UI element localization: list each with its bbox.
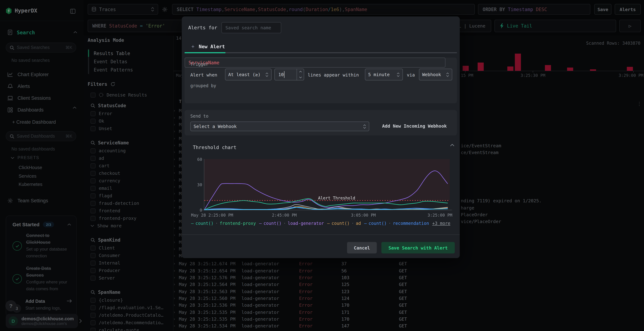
hyperdx-app: HyperDX Search Saved Searches ⌘K No save…	[0, 0, 644, 331]
lines-appear-label: lines appear within	[308, 72, 359, 78]
legend-entry[interactable]: — count() · frontend-proxy	[191, 221, 256, 226]
y-tick-label: 0	[192, 208, 202, 213]
y-tick-label: 60	[192, 157, 202, 162]
legend-separator: ·	[283, 221, 286, 226]
number-stepper[interactable]	[296, 69, 304, 80]
divider	[182, 235, 460, 235]
send-to-label: Send to	[190, 114, 208, 119]
legend-entry[interactable]: — count() · recommendation	[364, 221, 429, 226]
collapse-chevron-icon[interactable]	[450, 144, 454, 147]
tab-underline-track	[184, 52, 457, 53]
threshold-value: 10	[275, 72, 284, 77]
trigger-section-label: Trigger	[190, 62, 208, 67]
text-caret	[284, 71, 284, 78]
tab-label: New Alert	[199, 44, 225, 49]
x-tick-label: 3:25:00 PM	[428, 213, 452, 218]
via-label: via	[407, 72, 415, 78]
threshold-value-input[interactable]: 10	[274, 69, 304, 80]
legend-more-link[interactable]: +3 more	[432, 221, 450, 226]
legend-label: count()	[195, 221, 214, 226]
alert-threshold-label: Alert Threshold	[318, 196, 355, 201]
webhook-select-value: Select a Webhook	[194, 124, 237, 129]
condition-select[interactable]: At least (≥)	[225, 69, 272, 80]
x-tick-label: May 28 2:25:00 PM	[191, 213, 233, 218]
channel-select[interactable]: Webhook	[419, 69, 452, 80]
window-value: 5 minute	[368, 72, 390, 77]
legend-series-name: recommendation	[393, 221, 429, 226]
x-tick-label: 2:45:00 PM	[272, 213, 297, 218]
legend-swatch: —	[191, 221, 194, 226]
legend-entries: — count() · frontend-proxy — count() · l…	[191, 221, 429, 226]
alert-when-label: Alert when	[190, 72, 217, 78]
y-tick-label: 30	[192, 182, 202, 187]
saved-search-name-input[interactable]: Saved search name	[222, 22, 281, 33]
channel-value: Webhook	[422, 72, 441, 77]
grouped-by-input[interactable]: ServiceName	[184, 57, 446, 67]
legend-label: count()	[264, 221, 282, 226]
tab-active-indicator	[184, 52, 226, 53]
threshold-chart: 60300 May 28 2:25:00 PM2:45:00 PM3:05:00…	[204, 159, 450, 210]
legend-swatch: —	[327, 221, 330, 226]
legend-label: count()	[332, 221, 350, 226]
add-webhook-button[interactable]: Add New Incoming Webhook	[382, 123, 447, 129]
chart-canvas	[204, 159, 450, 210]
grouped-by-label: grouped by	[190, 83, 216, 88]
legend-swatch: —	[259, 221, 262, 226]
legend-series-name: ad	[356, 221, 361, 226]
cancel-button[interactable]: Cancel	[347, 242, 377, 253]
condition-value: At least (≥)	[228, 72, 261, 77]
legend-series-name: frontend-proxy	[220, 221, 256, 226]
legend-series-name: load-generator	[288, 221, 324, 226]
modal-title: Alerts for	[188, 25, 217, 30]
placeholder: Saved search name	[226, 25, 271, 30]
alerts-modal: Alerts for Saved search name + New Alert…	[182, 16, 460, 258]
legend-entry[interactable]: — count() · load-generator	[259, 221, 324, 226]
save-search-with-alert-button[interactable]: Save Search with Alert	[382, 242, 455, 253]
plus-icon: +	[192, 44, 194, 49]
legend-swatch: —	[364, 221, 367, 226]
legend-separator: ·	[388, 221, 391, 226]
time-window-select[interactable]: 5 minute	[365, 69, 403, 80]
webhook-select[interactable]: Select a Webhook	[190, 122, 369, 131]
send-to-panel: Send to Select a Webhook Add New Incomin…	[184, 110, 457, 135]
legend-separator: ·	[216, 221, 218, 226]
chart-legend: — count() · frontend-proxy — count() · l…	[191, 221, 450, 226]
legend-entry[interactable]: — count() · ad	[327, 221, 361, 226]
legend-label: count()	[368, 221, 386, 226]
trigger-panel: Trigger Alert when At least (≥) 10 lines…	[184, 57, 457, 103]
tab-new-alert[interactable]: + New Alert	[192, 44, 225, 49]
legend-separator: ·	[351, 221, 354, 226]
threshold-chart-title: Threshold chart	[193, 144, 236, 150]
x-tick-label: 3:05:00 PM	[351, 213, 376, 218]
